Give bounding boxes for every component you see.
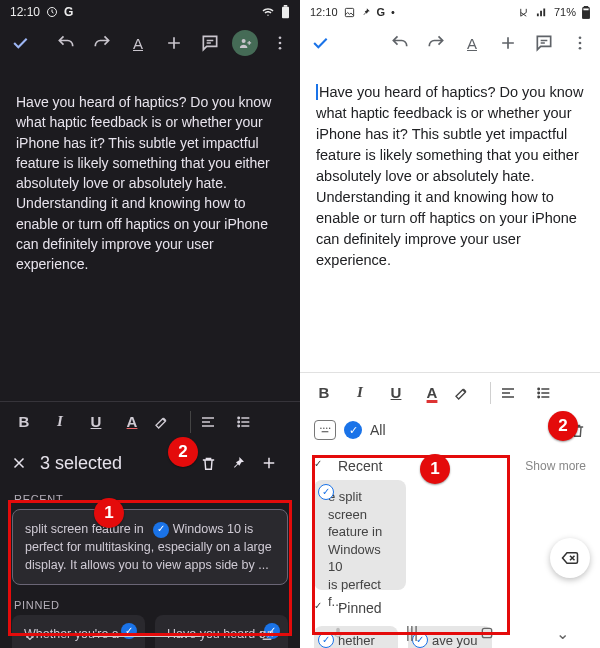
done-check-button[interactable] [6,29,34,57]
highlight-button[interactable] [454,385,482,401]
comment-button[interactable] [196,29,224,57]
align-button[interactable] [199,414,227,430]
chip-line: Windows 10 [328,541,396,576]
chip-line: is perfect f... [328,576,396,611]
recent-section-row: ✓ Recent Show more [314,452,586,480]
more-button[interactable] [566,29,594,57]
text-color-button[interactable]: A [118,413,146,430]
recents-button[interactable]: ||| [406,624,418,642]
svg-point-16 [268,635,270,637]
svg-rect-2 [284,5,288,7]
svg-point-12 [268,631,270,633]
select-all-checkbox[interactable]: ✓ [344,421,362,439]
svg-point-14 [260,635,262,637]
wifi-icon [261,6,275,18]
align-button[interactable] [499,385,527,401]
annotation-badge-1-left: 1 [94,498,124,528]
highlight-button[interactable] [154,414,182,430]
format-bar: B I U A [0,401,300,441]
clipboard-item-text-lead: split screen feature in [25,522,144,536]
svg-rect-18 [263,638,272,640]
image-icon [344,7,355,18]
more-button[interactable] [266,29,294,57]
mic-button[interactable] [331,624,345,642]
underline-button[interactable]: U [82,413,110,430]
pin-selection-button[interactable] [230,455,260,471]
check-icon: ✓ [153,522,169,538]
text-color-button[interactable]: A [418,384,446,401]
collapse-button[interactable]: ⌄ [24,627,36,643]
add-button[interactable] [160,29,188,57]
svg-point-32 [329,428,330,429]
pane-dark: 12:10 G A [0,0,300,648]
nav-bar: ⌄ [0,626,300,644]
google-g-icon: G [64,5,73,19]
svg-point-25 [579,47,582,50]
pane-light: 12:10 G • 71% A Have you heard of haptic… [300,0,600,648]
undo-button[interactable] [52,29,80,57]
svg-rect-34 [336,628,340,634]
divider [190,411,191,433]
home-button[interactable] [479,625,495,641]
annotation-badge-2-right: 2 [548,411,578,441]
bold-button[interactable]: B [310,384,338,401]
backspace-fab[interactable] [550,538,590,578]
comment-button[interactable] [530,29,558,57]
svg-rect-22 [583,10,589,17]
text-format-button[interactable]: A [458,29,486,57]
clock-icon [46,6,58,18]
editor-toolbar: A [0,22,300,64]
back-button[interactable]: ⌄ [556,624,569,643]
share-avatar-button[interactable] [232,30,258,56]
close-selection-button[interactable] [10,454,34,472]
status-bar: 12:10 G [0,0,300,22]
text-format-button[interactable]: A [124,29,152,57]
delete-selection-button[interactable] [200,455,230,472]
document-body[interactable]: Have you heard of haptics? Do you know w… [0,64,300,275]
svg-rect-19 [345,8,353,16]
clipboard-sections: RECENT split screen feature in ✓ Windows… [0,485,300,648]
signal-icon [535,7,548,18]
redo-button[interactable] [88,29,116,57]
keyboard-toggle-button[interactable] [258,628,276,642]
add-selection-button[interactable] [260,454,290,472]
underline-button[interactable]: U [382,384,410,401]
done-check-button[interactable] [306,29,334,57]
annotation-badge-2-left: 2 [168,437,198,467]
svg-point-24 [579,42,582,45]
clipboard-item[interactable]: ✓ e split screen feature in Windows 10 i… [314,480,406,590]
status-time: 12:10 [310,6,338,18]
list-button[interactable] [235,414,263,430]
svg-point-27 [538,392,540,394]
battery-percent: 71% [554,6,576,18]
google-g-icon: G [377,6,386,18]
recent-section-checkbox[interactable]: ✓ [314,458,330,474]
document-text: Have you heard of haptics? Do you know w… [316,84,583,268]
pin-status-icon [361,7,371,17]
divider [490,382,491,404]
undo-button[interactable] [386,29,414,57]
redo-button[interactable] [422,29,450,57]
editor-toolbar: A [300,22,600,64]
svg-point-4 [279,36,282,39]
home-pill[interactable] [92,633,202,637]
nfc-icon [518,7,529,18]
keyboard-settings-icon[interactable] [314,420,336,440]
document-body[interactable]: Have you heard of haptics? Do you know w… [300,64,600,271]
italic-button[interactable]: I [46,413,74,430]
svg-point-3 [241,39,245,43]
svg-point-6 [279,47,282,50]
recent-section-label: RECENT [0,485,300,509]
format-bar: B I U A [300,372,600,412]
svg-point-23 [579,36,582,39]
svg-point-30 [323,428,324,429]
recent-section-label: Recent [338,458,382,474]
add-button[interactable] [494,29,522,57]
show-more-link[interactable]: Show more [525,459,586,473]
bold-button[interactable]: B [10,413,38,430]
clipboard-item[interactable]: split screen feature in ✓ Windows 10 is … [12,509,288,585]
svg-point-26 [538,388,540,390]
list-button[interactable] [535,385,563,401]
svg-point-15 [264,635,266,637]
italic-button[interactable]: I [346,384,374,401]
